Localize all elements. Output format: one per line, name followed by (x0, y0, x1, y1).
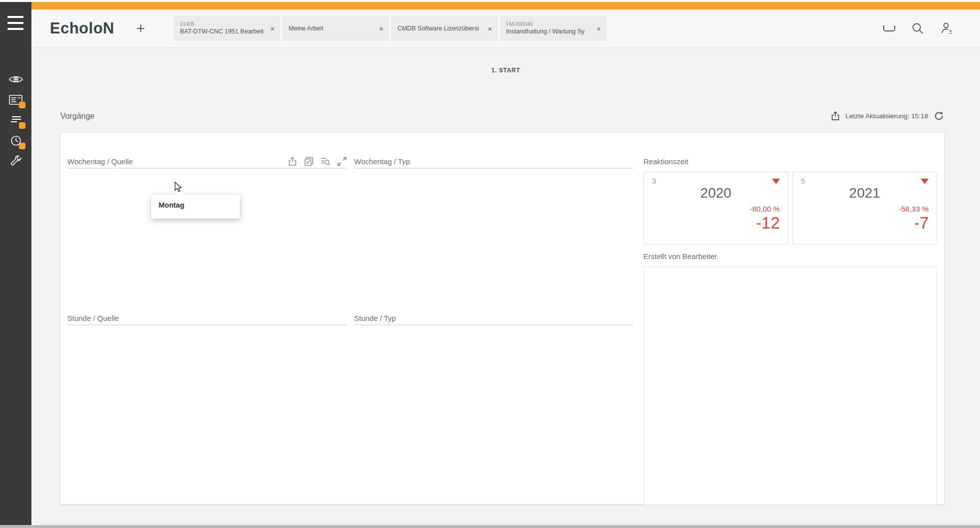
plot-area (67, 324, 347, 325)
tooltip-title: Montag (159, 201, 232, 209)
chart-toolbar (288, 157, 347, 166)
kpi-section: Reaktionszeit 3 2020 -80,00 % -12 (643, 155, 937, 245)
sidebar (0, 2, 31, 525)
kpi-section-title: Reaktionszeit (643, 157, 688, 166)
plot-area (354, 168, 633, 169)
x-axis (67, 170, 347, 179)
content-tabs (60, 133, 944, 150)
export-icon[interactable] (831, 111, 840, 121)
trend-down-icon (772, 179, 780, 184)
app-header: EcholoN + 01405BAT-DTW-CNC 1951 Bearbeit… (31, 9, 980, 48)
page-title: Vorgänge (60, 112, 95, 121)
tab-close-icon[interactable]: × (596, 24, 601, 33)
orange-badge (19, 122, 25, 129)
chart-title: Stunde / Quelle (67, 314, 119, 322)
last-update-area: Letzte Aktualisierung: 15:18 (831, 111, 944, 121)
document-tab-title: BAT-DTW-CNC 1951 Bearbeit (180, 27, 264, 35)
pie-erstellt (643, 266, 937, 505)
refresh-icon[interactable] (934, 111, 944, 121)
nav-menu: 1. START (31, 67, 980, 74)
kpi-delta: -12 (652, 214, 780, 233)
user-icon[interactable] (940, 21, 954, 35)
chart-weekday-source: Wochentag / Quelle Montag (67, 155, 347, 179)
sidebar-icon-column (0, 73, 31, 168)
list-icon[interactable] (8, 114, 24, 127)
eye-icon[interactable] (8, 73, 24, 86)
chart-title: Wochentag / Quelle (67, 157, 133, 166)
kpi-count: 3 (652, 177, 656, 185)
chart-hour-type: Stunde / Typ (354, 311, 633, 336)
card-view-icon[interactable] (8, 93, 24, 106)
chart-title: Wochentag / Typ (354, 157, 410, 166)
orange-badge (19, 102, 25, 108)
last-update-label: Letzte Aktualisierung: 15:18 (845, 112, 928, 120)
x-axis (67, 327, 347, 336)
content-card: Wochentag / Quelle Montag (60, 133, 944, 504)
chart-title: Stunde / Typ (354, 314, 396, 322)
window-bottom-edge (0, 525, 980, 528)
document-tab-text: Meine Arbeit (289, 24, 323, 32)
page-header: Vorgänge Letzte Aktualisierung: 15:18 (60, 111, 944, 121)
tab-close-icon[interactable]: × (379, 24, 384, 33)
document-tab[interactable]: Meine Arbeit× (283, 16, 389, 40)
fullscreen-icon[interactable] (337, 157, 347, 166)
document-tab-text: FM-000040Instandhaltung / Wartung Sy (506, 21, 585, 35)
chart-hour-source: Stunde / Quelle (67, 311, 347, 336)
pie-section: Erstellt von Bearbeiter (643, 250, 937, 505)
x-axis (354, 170, 633, 179)
top-accent-bar (31, 2, 980, 9)
nav-item[interactable]: 1. START (484, 67, 528, 74)
wrench-icon[interactable] (8, 155, 24, 168)
search-icon[interactable] (911, 22, 924, 35)
kpi-delta: -7 (801, 214, 929, 233)
new-tab-button[interactable]: + (136, 21, 145, 36)
document-tab-title: Meine Arbeit (289, 24, 323, 32)
export-chart-icon[interactable] (288, 157, 297, 166)
kpi-year: 2021 (801, 185, 929, 201)
main-content: 1. START Vorgänge Letzte Aktualisierung:… (31, 48, 980, 504)
document-tab-title: CMDB Software Lizenzübersi (397, 24, 479, 32)
document-tab[interactable]: FM-000040Instandhaltung / Wartung Sy× (500, 16, 606, 40)
document-tab[interactable]: CMDB Software Lizenzübersi× (392, 16, 497, 40)
trend-down-icon (921, 179, 929, 184)
kpi-percent: -58,33 % (801, 205, 929, 213)
x-axis (354, 327, 633, 336)
document-tab-text: CMDB Software Lizenzübersi (397, 24, 479, 32)
kpi-percent: -80,00 % (652, 205, 780, 213)
chart-weekday-type: Wochentag / Typ (354, 155, 633, 179)
kpi-count: 5 (801, 177, 805, 185)
kpi-year: 2020 (652, 185, 780, 201)
kpi-card-2020: 3 2020 -80,00 % -12 (643, 172, 788, 245)
pie-chart[interactable] (729, 331, 840, 443)
application-window: EcholoN + 01405BAT-DTW-CNC 1951 Bearbeit… (0, 0, 980, 528)
kpi-card-2021: 5 2021 -58,33 % -7 (792, 172, 938, 245)
tab-close-icon[interactable]: × (488, 24, 492, 33)
dashboard-body: Wochentag / Quelle Montag (60, 150, 944, 504)
mouse-cursor (175, 182, 183, 193)
tray-icon[interactable] (883, 25, 895, 31)
chart-tooltip: Montag (151, 195, 240, 219)
document-tab[interactable]: 01405BAT-DTW-CNC 1951 Bearbeit× (174, 16, 280, 40)
document-tab-code: 01405 (180, 21, 264, 27)
clock-icon[interactable] (8, 134, 24, 147)
orange-badge (19, 143, 25, 149)
app-logo: EcholoN (50, 19, 114, 37)
document-tab-title: Instandhaltung / Wartung Sy (506, 27, 585, 35)
plot-area (354, 324, 633, 325)
header-icons (883, 21, 954, 35)
document-tab-code: FM-000040 (506, 21, 585, 27)
hamburger-menu-icon[interactable] (7, 16, 23, 30)
document-tabs: 01405BAT-DTW-CNC 1951 Bearbeit×Meine Arb… (174, 16, 606, 40)
chart-title: Erstellt von Bearbeiter (643, 252, 717, 261)
filter-search-icon[interactable] (321, 157, 330, 166)
select-series-icon[interactable] (304, 157, 314, 166)
tab-close-icon[interactable]: × (270, 24, 275, 33)
document-tab-text: 01405BAT-DTW-CNC 1951 Bearbeit (180, 21, 264, 35)
plot-area (67, 168, 347, 169)
